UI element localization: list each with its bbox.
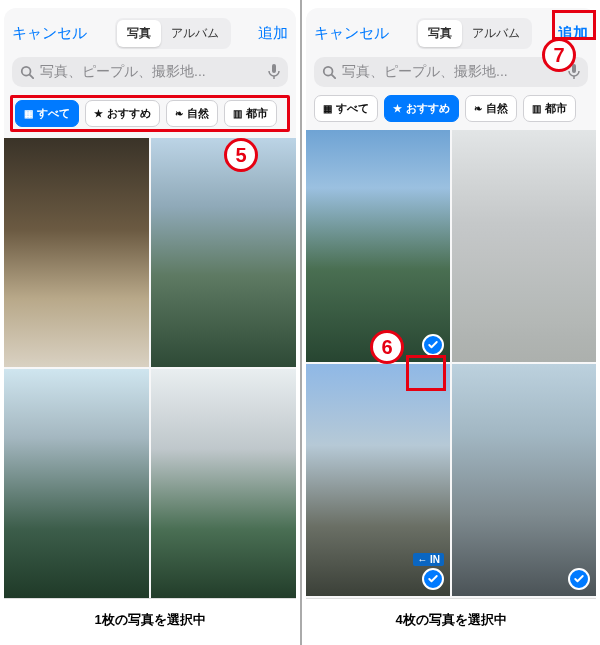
search-placeholder: 写真、ピープル、撮影地... (40, 63, 262, 81)
filters-highlight: ▦ すべて ★ おすすめ ❧ 自然 ▥ 都市 (10, 95, 290, 132)
add-button-highlight (552, 10, 596, 40)
checkmark-icon (573, 573, 585, 585)
star-icon: ★ (94, 108, 103, 119)
photo-thumb[interactable] (306, 130, 450, 362)
selection-status: 1枚の写真を選択中 (4, 598, 296, 645)
seg-photos[interactable]: 写真 (117, 20, 161, 47)
mic-icon[interactable] (268, 64, 280, 80)
star-icon: ★ (393, 103, 402, 114)
city-icon: ▥ (233, 108, 242, 119)
photo-thumb[interactable] (452, 130, 596, 362)
topbar: キャンセル 写真 アルバム 追加 (4, 8, 296, 57)
chip-all[interactable]: ▦ すべて (314, 95, 378, 122)
search-icon (322, 65, 336, 79)
panel-left: キャンセル 写真 アルバム 追加 写真、ピープル、撮影地... ▦ すべて (0, 0, 300, 645)
grid-icon: ▦ (323, 103, 332, 114)
selection-check[interactable] (422, 334, 444, 356)
checkmark-icon (427, 573, 439, 585)
seg-photos[interactable]: 写真 (418, 20, 462, 47)
step-marker-5: 5 (224, 138, 258, 172)
panel-right: キャンセル 写真 アルバム 追加 写真、ピープル、撮影地... ▦ すべて ★ (300, 0, 600, 645)
leaf-icon: ❧ (175, 108, 183, 119)
seg-albums[interactable]: アルバム (161, 20, 229, 47)
photo-thumb[interactable]: ← IN (306, 364, 450, 596)
chip-all-label: すべて (336, 101, 369, 116)
photo-thumb[interactable] (151, 138, 296, 367)
photo-thumb[interactable] (4, 138, 149, 367)
search-field[interactable]: 写真、ピープル、撮影地... (12, 57, 288, 87)
chip-featured[interactable]: ★ おすすめ (85, 100, 160, 127)
chip-city[interactable]: ▥ 都市 (224, 100, 277, 127)
grid-icon: ▦ (24, 108, 33, 119)
photo-grid (4, 138, 296, 598)
chip-city[interactable]: ▥ 都市 (523, 95, 576, 122)
view-segmented-control[interactable]: 写真 アルバム (115, 18, 231, 49)
chip-nature-label: 自然 (486, 101, 508, 116)
chip-city-label: 都市 (246, 106, 268, 121)
chip-all-label: すべて (37, 106, 70, 121)
step-marker-6: 6 (370, 330, 404, 364)
step-marker-7: 7 (542, 38, 576, 72)
cancel-button[interactable]: キャンセル (314, 24, 389, 43)
search-icon (20, 65, 34, 79)
photo-thumb[interactable] (151, 369, 296, 598)
filter-chips: ▦ すべて ★ おすすめ ❧ 自然 ▥ 都市 (306, 95, 596, 130)
filter-chips: ▦ すべて ★ おすすめ ❧ 自然 ▥ 都市 (15, 100, 285, 127)
picker-sheet: キャンセル 写真 アルバム 追加 写真、ピープル、撮影地... ▦ すべて (4, 8, 296, 645)
svg-rect-2 (272, 64, 276, 73)
checkmark-highlight (406, 355, 446, 391)
checkmark-icon (427, 339, 439, 351)
search-placeholder: 写真、ピープル、撮影地... (342, 63, 562, 81)
selection-check[interactable] (422, 568, 444, 590)
svg-line-1 (30, 75, 34, 79)
photo-thumb[interactable] (4, 369, 149, 598)
chip-nature[interactable]: ❧ 自然 (166, 100, 218, 127)
chip-all[interactable]: ▦ すべて (15, 100, 79, 127)
selection-check[interactable] (568, 568, 590, 590)
leaf-icon: ❧ (474, 103, 482, 114)
photo-thumb[interactable] (452, 364, 596, 596)
chip-featured-label: おすすめ (406, 101, 450, 116)
chip-featured[interactable]: ★ おすすめ (384, 95, 459, 122)
in-sign: ← IN (413, 553, 444, 566)
city-icon: ▥ (532, 103, 541, 114)
svg-line-5 (332, 75, 336, 79)
selection-status: 4枚の写真を選択中 (306, 598, 596, 645)
cancel-button[interactable]: キャンセル (12, 24, 87, 43)
picker-sheet: キャンセル 写真 アルバム 追加 写真、ピープル、撮影地... ▦ すべて ★ (306, 8, 596, 645)
add-button[interactable]: 追加 (258, 24, 288, 43)
photo-grid: ← IN (306, 130, 596, 598)
chip-city-label: 都市 (545, 101, 567, 116)
chip-nature[interactable]: ❧ 自然 (465, 95, 517, 122)
chip-featured-label: おすすめ (107, 106, 151, 121)
view-segmented-control[interactable]: 写真 アルバム (416, 18, 532, 49)
chip-nature-label: 自然 (187, 106, 209, 121)
svg-rect-6 (572, 64, 576, 73)
seg-albums[interactable]: アルバム (462, 20, 530, 47)
